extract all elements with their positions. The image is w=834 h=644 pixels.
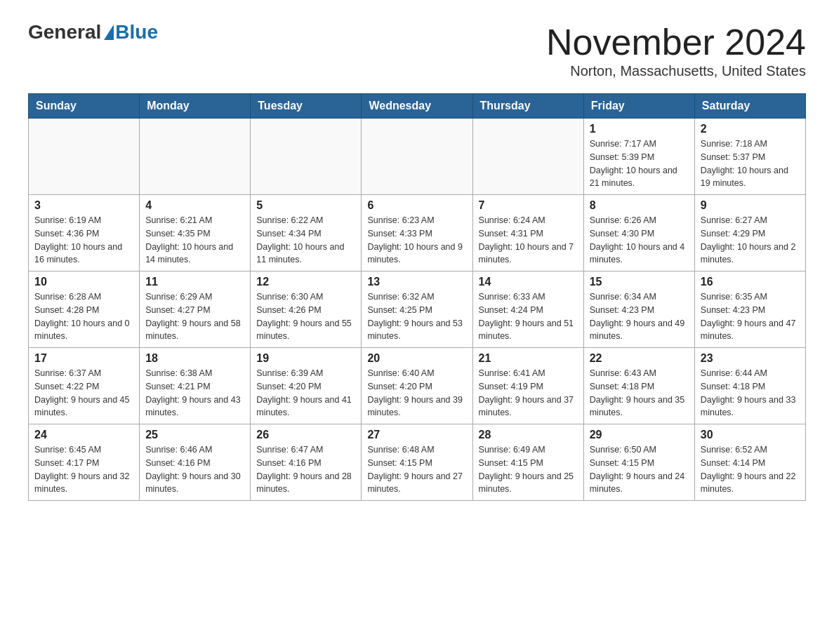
day-number: 23	[701, 352, 800, 365]
calendar-cell	[472, 119, 583, 195]
day-number: 22	[590, 352, 689, 365]
calendar-cell: 4Sunrise: 6:21 AMSunset: 4:35 PMDaylight…	[140, 195, 251, 271]
day-number: 13	[367, 276, 466, 288]
day-info: Sunrise: 6:50 AMSunset: 4:15 PMDaylight:…	[590, 443, 689, 496]
logo-triangle-icon	[104, 25, 114, 40]
week-row-3: 10Sunrise: 6:28 AMSunset: 4:28 PMDayligh…	[29, 271, 806, 348]
day-number: 12	[256, 276, 355, 288]
logo-blue-text: Blue	[115, 21, 158, 43]
day-number: 30	[701, 429, 800, 441]
day-info: Sunrise: 6:40 AMSunset: 4:20 PMDaylight:…	[367, 367, 466, 420]
day-number: 29	[590, 429, 689, 441]
calendar-cell: 27Sunrise: 6:48 AMSunset: 4:15 PMDayligh…	[362, 424, 472, 501]
calendar-cell: 6Sunrise: 6:23 AMSunset: 4:33 PMDaylight…	[362, 195, 472, 271]
day-info: Sunrise: 6:45 AMSunset: 4:17 PMDaylight:…	[34, 443, 133, 496]
col-header-friday: Friday	[583, 94, 694, 119]
day-info: Sunrise: 6:26 AMSunset: 4:30 PMDaylight:…	[590, 214, 689, 267]
calendar-cell: 15Sunrise: 6:34 AMSunset: 4:23 PMDayligh…	[583, 271, 694, 348]
calendar-cell: 23Sunrise: 6:44 AMSunset: 4:18 PMDayligh…	[694, 348, 805, 424]
day-info: Sunrise: 6:52 AMSunset: 4:14 PMDaylight:…	[701, 443, 800, 496]
calendar-cell: 28Sunrise: 6:49 AMSunset: 4:15 PMDayligh…	[472, 424, 583, 501]
location-subtitle: Norton, Massachusetts, United States	[546, 63, 806, 79]
day-number: 10	[34, 276, 133, 288]
day-info: Sunrise: 6:28 AMSunset: 4:28 PMDaylight:…	[34, 290, 133, 343]
day-number: 15	[590, 276, 689, 288]
day-number: 3	[34, 199, 133, 212]
col-header-thursday: Thursday	[472, 94, 583, 119]
calendar-cell	[251, 119, 362, 195]
week-row-1: 1Sunrise: 7:17 AMSunset: 5:39 PMDaylight…	[29, 119, 806, 195]
calendar-cell: 3Sunrise: 6:19 AMSunset: 4:36 PMDaylight…	[29, 195, 140, 271]
day-info: Sunrise: 6:37 AMSunset: 4:22 PMDaylight:…	[34, 367, 133, 420]
logo-general-text: General	[28, 21, 101, 43]
day-info: Sunrise: 6:44 AMSunset: 4:18 PMDaylight:…	[701, 367, 800, 420]
day-info: Sunrise: 6:38 AMSunset: 4:21 PMDaylight:…	[145, 367, 244, 420]
page-header: General Blue November 2024 Norton, Massa…	[28, 21, 806, 79]
day-number: 7	[479, 199, 578, 212]
day-info: Sunrise: 6:23 AMSunset: 4:33 PMDaylight:…	[367, 214, 466, 267]
calendar-cell	[362, 119, 472, 195]
day-number: 19	[256, 352, 355, 365]
day-info: Sunrise: 6:19 AMSunset: 4:36 PMDaylight:…	[34, 214, 133, 267]
day-info: Sunrise: 6:39 AMSunset: 4:20 PMDaylight:…	[256, 367, 355, 420]
day-info: Sunrise: 6:22 AMSunset: 4:34 PMDaylight:…	[256, 214, 355, 267]
month-title: November 2024	[546, 21, 806, 63]
col-header-tuesday: Tuesday	[251, 94, 362, 119]
day-info: Sunrise: 6:32 AMSunset: 4:25 PMDaylight:…	[367, 290, 466, 343]
calendar-cell: 29Sunrise: 6:50 AMSunset: 4:15 PMDayligh…	[583, 424, 694, 501]
calendar-cell: 1Sunrise: 7:17 AMSunset: 5:39 PMDaylight…	[583, 119, 694, 195]
calendar-table: SundayMondayTuesdayWednesdayThursdayFrid…	[28, 93, 806, 501]
day-number: 28	[479, 429, 578, 441]
col-header-sunday: Sunday	[29, 94, 140, 119]
day-info: Sunrise: 6:41 AMSunset: 4:19 PMDaylight:…	[479, 367, 578, 420]
day-info: Sunrise: 6:34 AMSunset: 4:23 PMDaylight:…	[590, 290, 689, 343]
week-row-4: 17Sunrise: 6:37 AMSunset: 4:22 PMDayligh…	[29, 348, 806, 424]
day-number: 9	[701, 199, 800, 212]
day-number: 17	[34, 352, 133, 365]
day-number: 1	[590, 123, 689, 135]
day-number: 21	[479, 352, 578, 365]
day-number: 11	[145, 276, 244, 288]
week-row-2: 3Sunrise: 6:19 AMSunset: 4:36 PMDaylight…	[29, 195, 806, 271]
calendar-cell: 21Sunrise: 6:41 AMSunset: 4:19 PMDayligh…	[472, 348, 583, 424]
day-number: 24	[34, 429, 133, 441]
calendar-cell: 25Sunrise: 6:46 AMSunset: 4:16 PMDayligh…	[140, 424, 251, 501]
calendar-cell: 2Sunrise: 7:18 AMSunset: 5:37 PMDaylight…	[694, 119, 805, 195]
day-info: Sunrise: 6:24 AMSunset: 4:31 PMDaylight:…	[479, 214, 578, 267]
day-number: 18	[145, 352, 244, 365]
day-number: 6	[367, 199, 466, 212]
calendar-cell: 17Sunrise: 6:37 AMSunset: 4:22 PMDayligh…	[29, 348, 140, 424]
calendar-cell: 7Sunrise: 6:24 AMSunset: 4:31 PMDaylight…	[472, 195, 583, 271]
calendar-cell: 14Sunrise: 6:33 AMSunset: 4:24 PMDayligh…	[472, 271, 583, 348]
col-header-saturday: Saturday	[694, 94, 805, 119]
day-info: Sunrise: 6:46 AMSunset: 4:16 PMDaylight:…	[145, 443, 244, 496]
day-number: 5	[256, 199, 355, 212]
day-number: 26	[256, 429, 355, 441]
day-number: 2	[701, 123, 800, 135]
calendar-cell: 26Sunrise: 6:47 AMSunset: 4:16 PMDayligh…	[251, 424, 362, 501]
calendar-cell: 18Sunrise: 6:38 AMSunset: 4:21 PMDayligh…	[140, 348, 251, 424]
day-info: Sunrise: 6:47 AMSunset: 4:16 PMDaylight:…	[256, 443, 355, 496]
calendar-cell: 16Sunrise: 6:35 AMSunset: 4:23 PMDayligh…	[694, 271, 805, 348]
calendar-cell: 8Sunrise: 6:26 AMSunset: 4:30 PMDaylight…	[583, 195, 694, 271]
calendar-cell: 24Sunrise: 6:45 AMSunset: 4:17 PMDayligh…	[29, 424, 140, 501]
calendar-cell	[140, 119, 251, 195]
col-header-wednesday: Wednesday	[362, 94, 472, 119]
calendar-cell: 30Sunrise: 6:52 AMSunset: 4:14 PMDayligh…	[694, 424, 805, 501]
day-info: Sunrise: 6:49 AMSunset: 4:15 PMDaylight:…	[479, 443, 578, 496]
calendar-cell: 5Sunrise: 6:22 AMSunset: 4:34 PMDaylight…	[251, 195, 362, 271]
calendar-cell: 9Sunrise: 6:27 AMSunset: 4:29 PMDaylight…	[694, 195, 805, 271]
calendar-cell: 12Sunrise: 6:30 AMSunset: 4:26 PMDayligh…	[251, 271, 362, 348]
calendar-cell: 13Sunrise: 6:32 AMSunset: 4:25 PMDayligh…	[362, 271, 472, 348]
day-info: Sunrise: 6:48 AMSunset: 4:15 PMDaylight:…	[367, 443, 466, 496]
day-number: 27	[367, 429, 466, 441]
day-number: 25	[145, 429, 244, 441]
title-area: November 2024 Norton, Massachusetts, Uni…	[546, 21, 806, 79]
col-header-monday: Monday	[140, 94, 251, 119]
day-info: Sunrise: 6:29 AMSunset: 4:27 PMDaylight:…	[145, 290, 244, 343]
calendar-cell: 19Sunrise: 6:39 AMSunset: 4:20 PMDayligh…	[251, 348, 362, 424]
day-number: 20	[367, 352, 466, 365]
day-info: Sunrise: 6:30 AMSunset: 4:26 PMDaylight:…	[256, 290, 355, 343]
day-number: 4	[145, 199, 244, 212]
day-info: Sunrise: 6:43 AMSunset: 4:18 PMDaylight:…	[590, 367, 689, 420]
